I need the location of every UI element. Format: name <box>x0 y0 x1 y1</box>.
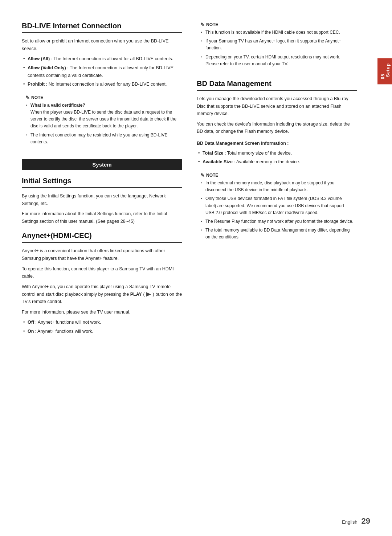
note-item-restricted: The Internet connection may be restricte… <box>25 132 179 146</box>
bd-data-title: BD Data Management <box>197 79 357 91</box>
bd-data-screen-info-header: BD Data Management Screen Information : <box>197 140 357 147</box>
anynet-note-item-1: This function is not available if the HD… <box>200 29 354 36</box>
bd-data-note: ✎ NOTE In the external memory mode, disc… <box>197 169 357 246</box>
system-banner: System <box>22 159 182 170</box>
bullet-prohibit-text: : No Internet connection is allowed for … <box>45 82 167 87</box>
bd-live-note-items: What is a valid certificate? When the pl… <box>25 102 179 146</box>
note-label: NOTE <box>31 95 43 100</box>
initial-settings-section: Initial Settings By using the Initial Se… <box>22 177 182 225</box>
chapter-name: Setup <box>385 63 391 77</box>
bullet-on-text: : Anynet+ functions will work. <box>34 329 93 334</box>
bullet-total-size-text: : Total memory size of the device. <box>223 151 292 156</box>
bullet-total-size-term: Total Size <box>203 151 223 156</box>
bullet-available-size: Available Size : Available memory in the… <box>197 158 357 166</box>
bullet-total-size: Total Size : Total memory size of the de… <box>197 150 357 157</box>
bullet-on: On : Anynet+ functions will work. <box>22 328 182 335</box>
anynet-p2: To operate this function, connect this p… <box>22 265 182 280</box>
bullet-allow-all: Allow (All) : The Internet connection is… <box>22 55 182 63</box>
page-footer: English 29 <box>342 516 370 526</box>
anynet-section: Anynet+(HDMI-CEC) Anynet+ is a convenien… <box>22 232 182 335</box>
anynet-note: ✎ NOTE This function is not available if… <box>197 22 357 72</box>
side-tab: 05 Setup <box>379 0 392 536</box>
anynet-p4: For more information, please see the TV … <box>22 308 182 316</box>
bullet-off-text: : Anynet+ functions will not work. <box>34 320 101 325</box>
anynet-note-items: This function is not available if the HD… <box>200 29 354 67</box>
bd-data-note-header: ✎ NOTE <box>200 172 354 178</box>
language-label: English <box>342 519 358 525</box>
bd-live-intro: Set to allow or prohibit an Internet con… <box>22 37 182 52</box>
bd-data-p2: You can check the device's information i… <box>197 120 357 135</box>
note-certificate-term: What is a valid certificate? <box>30 103 85 108</box>
note-certificate-text: When the player uses BD-LIVE to send the… <box>30 110 176 128</box>
bd-data-p1: Lets you manage the downloaded contents … <box>197 95 357 118</box>
bullet-on-term: On <box>28 329 34 334</box>
bullet-off-term: Off <box>28 320 34 325</box>
bullet-prohibit-term: Prohibit <box>28 82 45 87</box>
anynet-note-item-2: If your Samsung TV has an Anynet+ logo, … <box>200 38 354 52</box>
play-icon <box>146 292 151 296</box>
note-item-certificate: What is a valid certificate? When the pl… <box>25 102 179 130</box>
bd-live-note: ✎ NOTE What is a valid certificate? When… <box>22 92 182 150</box>
bd-data-note-label: NOTE <box>206 173 218 178</box>
bullet-available-size-text: : Available memory in the device. <box>233 159 300 164</box>
anynet-bullets: Off : Anynet+ functions will not work. O… <box>22 319 182 335</box>
anynet-title: Anynet+(HDMI-CEC) <box>22 232 182 243</box>
initial-settings-title: Initial Settings <box>22 177 182 188</box>
note-restricted-text: The Internet connection may be restricte… <box>30 132 168 144</box>
bullet-allow-all-term: Allow (All) <box>28 56 50 61</box>
bd-live-note-header: ✎ NOTE <box>25 95 179 101</box>
chapter-number: 05 <box>380 74 385 79</box>
anynet-note-label: NOTE <box>206 22 218 27</box>
bullet-allow-valid-term: Allow (Valid Only) <box>28 65 66 70</box>
chapter-label: 05 Setup <box>377 58 392 84</box>
initial-settings-p1: By using the Initial Settings function, … <box>22 192 182 207</box>
bd-data-note-item-1: In the external memory mode, disc playba… <box>200 180 354 193</box>
anynet-p1: Anynet+ is a convenient function that of… <box>22 247 182 262</box>
bd-data-note-item-2: Only those USB devices formatted in FAT … <box>200 195 354 216</box>
bd-data-note-item-4: The total memory available to BD Data Ma… <box>200 227 354 241</box>
bullet-prohibit: Prohibit : No Internet connection is all… <box>22 81 182 88</box>
bd-data-note-items: In the external memory mode, disc playba… <box>200 180 354 241</box>
bd-live-title: BD-LIVE Internet Connection <box>22 22 182 33</box>
bd-data-note-icon: ✎ <box>200 172 205 178</box>
anynet-note-icon: ✎ <box>200 22 205 28</box>
bd-live-section: BD-LIVE Internet Connection Set to allow… <box>22 22 182 150</box>
bullet-off: Off : Anynet+ functions will not work. <box>22 319 182 326</box>
bd-data-screen-bullets: Total Size : Total memory size of the de… <box>197 150 357 166</box>
anynet-note-item-3: Depending on your TV, certain HDMI outpu… <box>200 54 354 67</box>
note-icon: ✎ <box>25 95 30 101</box>
anynet-note-header: ✎ NOTE <box>200 22 354 28</box>
anynet-p3: With Anynet+ on, you can operate this pl… <box>22 283 182 306</box>
bd-live-bullets: Allow (All) : The Internet connection is… <box>22 55 182 88</box>
initial-settings-p2: For more information about the Initial S… <box>22 210 182 225</box>
bd-data-note-item-3: The Resume Play function may not work af… <box>200 218 354 225</box>
bullet-allow-all-text: : The Internet connection is allowed for… <box>50 56 173 61</box>
bullet-allow-valid: Allow (Valid Only) : The Internet connec… <box>22 64 182 79</box>
bullet-available-size-term: Available Size <box>203 159 233 164</box>
bd-data-section: BD Data Management Lets you manage the d… <box>197 79 357 246</box>
page-number: 29 <box>362 516 370 525</box>
